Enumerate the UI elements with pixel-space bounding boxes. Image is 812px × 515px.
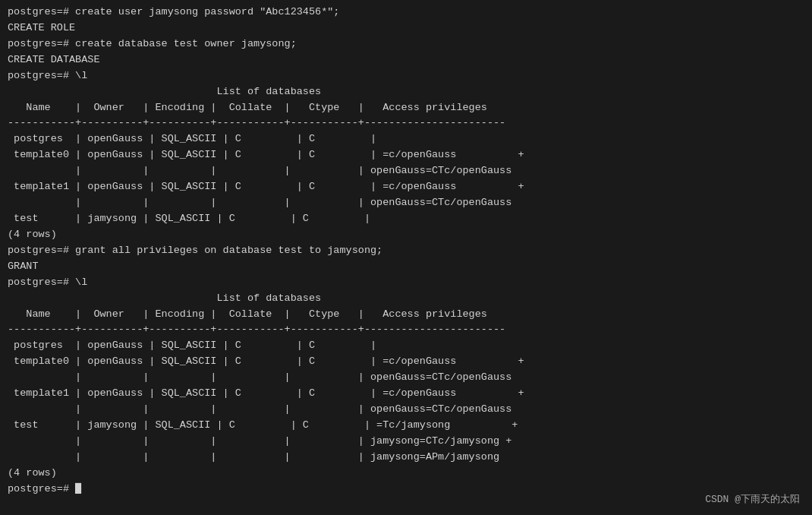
terminal-line: CREATE DATABASE xyxy=(8,52,804,68)
terminal-line: postgres=# \l xyxy=(8,275,804,291)
terminal-line: List of databases xyxy=(8,291,804,307)
terminal-line: postgres=# █ xyxy=(8,482,804,498)
terminal-line: | | | | | openGauss=CTc/openGauss xyxy=(8,195,804,211)
terminal-line: postgres=# \l xyxy=(8,68,804,84)
terminal-line: GRANT xyxy=(8,259,804,275)
terminal-line: Name | Owner | Encoding | Collate | Ctyp… xyxy=(8,100,804,116)
terminal-output: postgres=# create user jamysong password… xyxy=(8,5,804,498)
terminal-line: test | jamysong | SQL_ASCII | C | C | xyxy=(8,211,804,227)
terminal-line: -----------+----------+----------+------… xyxy=(8,115,804,131)
terminal-line: postgres | openGauss | SQL_ASCII | C | C… xyxy=(8,338,804,354)
terminal-line: | | | | | openGauss=CTc/openGauss xyxy=(8,402,804,418)
terminal-line: List of databases xyxy=(8,84,804,100)
watermark: CSDN @下雨天的太阳 xyxy=(705,492,800,507)
terminal-line: Name | Owner | Encoding | Collate | Ctyp… xyxy=(8,307,804,323)
terminal-line: postgres=# grant all privileges on datab… xyxy=(8,243,804,259)
terminal-line: template1 | openGauss | SQL_ASCII | C | … xyxy=(8,386,804,402)
terminal-line: test | jamysong | SQL_ASCII | C | C | =T… xyxy=(8,418,804,434)
terminal-line: (4 rows) xyxy=(8,227,804,243)
terminal-line: template0 | openGauss | SQL_ASCII | C | … xyxy=(8,147,804,163)
terminal-line: | | | | | openGauss=CTc/openGauss xyxy=(8,163,804,179)
terminal-line: | | | | | jamysong=APm/jamysong xyxy=(8,450,804,466)
terminal-line: | | | | | jamysong=CTc/jamysong + xyxy=(8,434,804,450)
terminal-line: postgres | openGauss | SQL_ASCII | C | C… xyxy=(8,131,804,147)
terminal-line: (4 rows) xyxy=(8,466,804,482)
terminal-line: template1 | openGauss | SQL_ASCII | C | … xyxy=(8,179,804,195)
terminal-line: CREATE ROLE xyxy=(8,21,804,36)
terminal-line: | | | | | openGauss=CTc/openGauss xyxy=(8,370,804,386)
terminal-line: postgres=# create user jamysong password… xyxy=(8,5,804,21)
terminal-line: -----------+----------+----------+------… xyxy=(8,322,804,338)
terminal-window: postgres=# create user jamysong password… xyxy=(0,0,812,515)
terminal-line: postgres=# create database test owner ja… xyxy=(8,36,804,52)
terminal-line: template0 | openGauss | SQL_ASCII | C | … xyxy=(8,354,804,370)
